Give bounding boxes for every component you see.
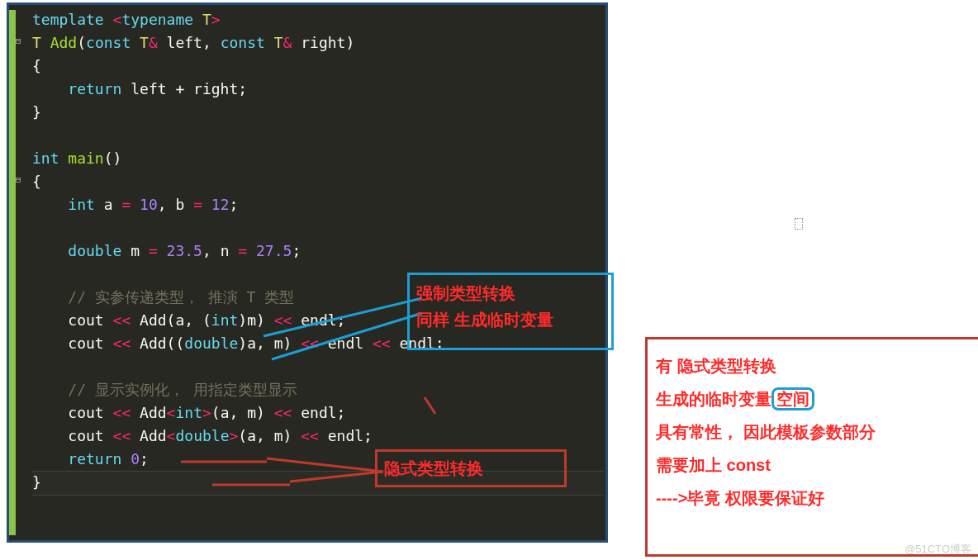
code-line: // 显示实例化， 用指定类型显示 [9,378,605,401]
code-line: T Add(const T& left, const T& right) [9,31,605,55]
annotation-box-implicit: 隐式类型转换 [375,449,567,487]
code-line: { [9,55,605,78]
code-line: { [9,170,605,193]
code-line [9,355,605,378]
code-line: cout << Add<int>(a, m) << endl; [9,401,605,425]
code-line [9,124,605,147]
code-line: double m = 23.5, n = 27.5; [9,240,605,263]
code-line: template <typename T> [9,8,605,31]
annotation-text: 具有常性， 因此模板参数部分 [656,415,975,448]
annotation-text: 生成的临时变量空间 [656,382,975,415]
code-line: int a = 10, b = 12; [9,193,605,216]
annotation-text: ---->毕竟 权限要保证好 [656,482,975,515]
annotation-text: 隐式类型转换 [384,458,483,480]
watermark: @51CTO博客 [904,542,971,557]
fold-icon[interactable]: ⊟ [16,168,26,178]
code-line [9,216,605,240]
annotation-text: 有 隐式类型转换 [656,349,975,382]
code-line: } [9,101,605,124]
code-line: cout << Add<double>(a, m) << endl; [9,425,605,448]
fold-icon[interactable]: ⊟ [16,30,26,40]
annotation-box-cast: 强制类型转换 同样 生成临时变量 [407,273,614,350]
change-gutter [9,10,16,535]
annotation-text: 同样 生成临时变量 [416,306,605,333]
annotation-text: 强制类型转换 [416,280,605,306]
annotation-box-explain: 有 隐式类型转换 生成的临时变量空间 具有常性， 因此模板参数部分 需要加上 c… [645,337,978,557]
text-cursor-icon [795,218,803,230]
code-line: return left + right; [9,78,605,101]
code-line: int main() [9,147,605,170]
annotation-text: 需要加上 const [656,448,975,482]
